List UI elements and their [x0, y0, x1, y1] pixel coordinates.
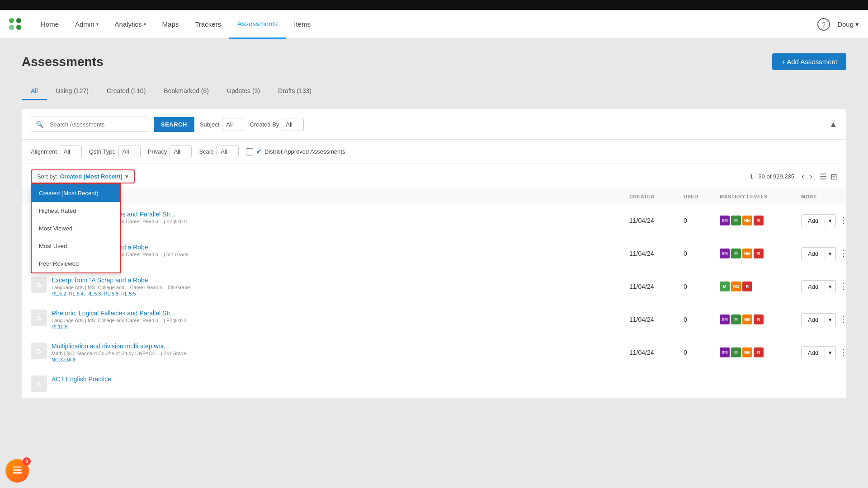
add-dropdown-button[interactable]: ▾ [825, 247, 836, 260]
nav-trackers[interactable]: Trackers [187, 10, 229, 39]
navbar: Home Admin ▾ Analytics ▾ Maps Trackers A… [0, 10, 868, 39]
add-row-button: Add ▾ [801, 214, 836, 227]
search-input[interactable] [48, 117, 129, 131]
help-button[interactable]: ? [817, 18, 830, 31]
badge-r: R [742, 282, 752, 291]
table-row: 📄 Multiplication and division multi step… [22, 336, 846, 369]
badge-nm: NM [742, 347, 752, 357]
more-options-button[interactable]: ⋮ [840, 282, 848, 291]
page-title: Assessments [22, 55, 104, 69]
user-menu[interactable]: Doug ▾ [837, 20, 859, 28]
badge-nm: NM [731, 282, 741, 291]
assessments-table: CREATED USED MASTERY LEVELS MORE 📄 Rheto… [22, 189, 846, 399]
nav-maps[interactable]: Maps [154, 10, 187, 39]
nav-analytics[interactable]: Analytics ▾ [107, 10, 154, 39]
logo-dot-2 [16, 18, 21, 23]
add-button[interactable]: Add [801, 313, 825, 326]
add-button[interactable]: Add [801, 214, 825, 227]
add-button[interactable]: Add [801, 280, 825, 293]
search-button[interactable]: SEARCH [154, 117, 194, 132]
badge-m: M [731, 216, 741, 225]
badge-xm: XM [720, 216, 730, 225]
table-row: 📄 Excerpt from "A Scrap and a Robe Langu… [22, 270, 846, 303]
bottom-bar: 8 [0, 454, 36, 488]
table-header: CREATED USED MASTERY LEVELS MORE [22, 189, 846, 204]
assessment-meta: Language Arts | MS: College and Career R… [52, 318, 187, 323]
tab-updates[interactable]: Updates (3) [218, 83, 269, 100]
badge-m: M [720, 282, 730, 291]
add-button[interactable]: Add [801, 346, 825, 359]
sort-bar: Sort by: Created (Most Recent) ▾ Created… [22, 164, 846, 189]
assessment-details: Multiplication and division multi step w… [52, 343, 186, 362]
sort-by-button[interactable]: Sort by: Created (Most Recent) ▾ [31, 169, 135, 183]
alignment-select[interactable]: All [60, 145, 82, 158]
logo-dot-4 [16, 25, 21, 30]
prev-page-button[interactable]: ‹ [800, 170, 806, 183]
more-options-button[interactable]: ⋮ [840, 314, 848, 324]
assessment-title[interactable]: Excerpt from "A Scrap and a Robe [52, 277, 190, 284]
tab-created[interactable]: Created (110) [98, 83, 155, 100]
grid-view-button[interactable]: ⊞ [830, 172, 837, 182]
created-date: 11/04/24 [629, 250, 684, 257]
stack-icon-button[interactable]: 8 [5, 459, 29, 483]
subject-filter-group: Subject All [200, 118, 244, 131]
sort-option-most-viewed[interactable]: Most Viewed [32, 220, 120, 237]
add-button[interactable]: Add [801, 247, 825, 260]
tab-all[interactable]: All [22, 83, 47, 100]
svg-rect-1 [13, 469, 22, 471]
tab-drafts[interactable]: Drafts (133) [269, 83, 321, 100]
privacy-select[interactable]: All [170, 145, 192, 158]
add-dropdown-button[interactable]: ▾ [825, 214, 836, 227]
search-icon: 🔍 [31, 117, 48, 131]
district-approved-filter[interactable]: ✔ District Approved Assessments [246, 147, 345, 156]
alignment-filter-group: Alignment All [31, 145, 82, 158]
sort-option-highest-rated[interactable]: Highest Rated [32, 202, 120, 220]
nav-admin[interactable]: Admin ▾ [67, 10, 107, 39]
badge-r: R [754, 314, 764, 324]
filter-row-2: Alignment All Qstn Type All Privacy All … [22, 140, 846, 164]
more-options-button[interactable]: ⋮ [840, 216, 848, 225]
qstn-type-select[interactable]: All [118, 145, 141, 158]
svg-rect-0 [13, 472, 22, 474]
assessment-info: 📄 Multiplication and division multi step… [31, 343, 629, 362]
main-content: Assessments + Add Assessment All Using (… [0, 39, 868, 488]
logo[interactable] [9, 18, 22, 31]
list-view-button[interactable]: ☰ [820, 172, 827, 182]
assessment-title[interactable]: ACT English Practice [52, 375, 111, 383]
district-approved-label: District Approved Assessments [264, 148, 345, 155]
add-dropdown-button[interactable]: ▾ [825, 346, 836, 359]
more-options-button[interactable]: ⋮ [840, 347, 848, 357]
subject-select[interactable]: All [222, 118, 244, 131]
col-mastery: MASTERY LEVELS [720, 194, 801, 199]
more-options-button[interactable]: ⋮ [840, 249, 848, 258]
scale-select[interactable]: All [217, 145, 239, 158]
col-more: MORE [801, 194, 837, 199]
table-row: 📄 Rhetoric, Logical Fallacies and Parall… [22, 204, 846, 237]
created-by-select[interactable]: All [282, 118, 304, 131]
badge-nm: NM [742, 314, 752, 324]
nav-items[interactable]: Items [286, 10, 319, 39]
add-dropdown-button[interactable]: ▾ [825, 280, 836, 293]
next-page-button[interactable]: › [808, 170, 814, 183]
more-cell: Add ▾ ⋮ [801, 247, 837, 260]
tab-bookmarked[interactable]: Bookmarked (6) [155, 83, 218, 100]
badge-nm: NM [742, 249, 752, 258]
logo-dot-1 [9, 18, 14, 23]
nav-assessments[interactable]: Assessments [229, 10, 286, 39]
search-row: 🔍 SEARCH Subject All Created By All ▲ [22, 109, 846, 140]
add-dropdown-button[interactable]: ▾ [825, 313, 836, 326]
collapse-filters-button[interactable]: ▲ [829, 120, 837, 129]
created-by-filter-group: Created By All [250, 118, 304, 131]
assessment-title[interactable]: Multiplication and division multi step w… [52, 343, 186, 350]
mastery-badges: XM M NM R [720, 249, 801, 258]
tab-using[interactable]: Using (127) [47, 83, 98, 100]
sort-option-created-most-recent[interactable]: Created (Most Recent) [32, 184, 120, 202]
sort-option-most-used[interactable]: Most Used [32, 237, 120, 255]
district-approved-checkbox[interactable] [246, 148, 253, 155]
add-assessment-button[interactable]: + Add Assessment [772, 53, 846, 70]
assessment-title[interactable]: Rhetoric, Logical Fallacies and Parallel… [52, 310, 187, 317]
nav-home[interactable]: Home [33, 10, 67, 39]
table-row: 📄 Rhetoric, Logical Fallacies and Parall… [22, 303, 846, 336]
sort-chevron: ▾ [125, 173, 128, 180]
sort-option-peer-reviewed[interactable]: Peer Reviewed [32, 255, 120, 272]
